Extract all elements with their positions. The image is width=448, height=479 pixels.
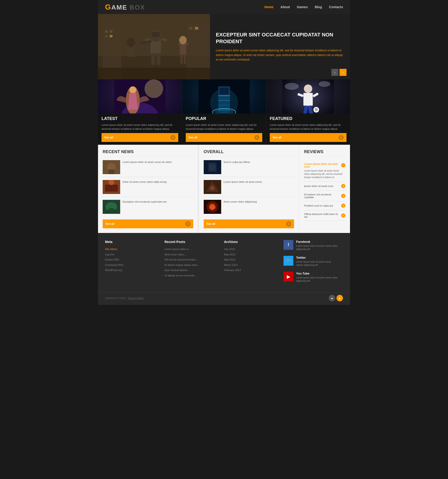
nav-home[interactable]: Home xyxy=(264,5,273,9)
facebook-icon[interactable]: f xyxy=(283,240,293,250)
twitter-icon[interactable]: 🐦 xyxy=(283,256,293,266)
footer-post-3[interactable]: Et dolore magna aliqua enim... xyxy=(165,263,219,267)
overall-thumb-1 xyxy=(204,160,221,174)
footer-meta-link-1[interactable]: Log Out xyxy=(105,253,160,257)
svg-rect-61 xyxy=(105,185,118,192)
social-twitter: 🐦 Twitter Lorem ipsum dolor sit amet con… xyxy=(283,256,338,268)
footer-recent-posts: Recent Posts Lorem ipsum dolor si ... Am… xyxy=(165,240,224,288)
news-text-3: Excepteur sint occaecat cupid-atat non xyxy=(123,200,193,214)
news-item-1: Lorem ipsum dolor sit amet conse do ctet… xyxy=(103,160,193,177)
hero-prev-button[interactable]: ‹ xyxy=(331,69,338,76)
twitter-title: Twitter xyxy=(296,256,338,259)
news-item-3: Excepteur sint occaecat cupid-atat non xyxy=(103,200,193,217)
footer-post-0[interactable]: Lorem ipsum dolor si ... xyxy=(165,247,219,251)
game-card-featured: FEATURED Lorem ipsum dolor sit amet cons… xyxy=(266,79,350,145)
hero-body: Lorem ipsum dolor sit amet conse ctetur … xyxy=(216,48,344,62)
review-collapse-icon-0: − xyxy=(341,163,345,167)
footer-meta: Meta Site Admin Log Out Entries RSS Comm… xyxy=(105,240,165,288)
footer-archive-0[interactable]: July 2013 xyxy=(224,247,279,251)
news-thumb-3 xyxy=(103,200,120,214)
footer-meta-link-3[interactable]: Comments RSS xyxy=(105,263,160,267)
see-all-popular-button[interactable]: See all › xyxy=(186,133,263,142)
svg-point-55 xyxy=(285,83,299,90)
footer-bottom: Game box © 2013. Privacy Policy ▲ ▲ xyxy=(98,293,350,301)
see-all-featured-button[interactable]: See all › xyxy=(270,133,347,142)
reviews-section: REVIEWS Lorem ipsum dolor sit amet cons … xyxy=(299,145,350,233)
overall-thumb-3 xyxy=(204,200,221,214)
see-all-arrow-popular: › xyxy=(254,135,259,140)
reviews-title: REVIEWS xyxy=(304,149,345,157)
review-item-1[interactable]: Ipsum dolor sit amet cons + xyxy=(304,182,345,191)
footer-archive-4[interactable]: February 2013 xyxy=(224,268,279,272)
recent-news-section: RECENT NEWS Lorem ipsum dolor sit amet c… xyxy=(98,145,198,233)
svg-point-48 xyxy=(304,85,312,93)
news-thumb-1 xyxy=(103,160,120,174)
scroll-down-button[interactable]: ▲ xyxy=(336,295,343,301)
card-title-featured: FEATURED xyxy=(270,116,347,121)
overall-section: OVERALL Sunt in culpa qui officia xyxy=(198,145,299,233)
svg-point-36 xyxy=(145,79,163,98)
footer-posts-title: Recent Posts xyxy=(165,240,219,244)
review-item-0[interactable]: Lorem ipsum dolor sit amet cons − Lorem … xyxy=(304,160,345,182)
hero-next-button[interactable]: › xyxy=(340,69,347,76)
footer-meta-link-2[interactable]: Entries RSS xyxy=(105,258,160,262)
footer-meta-title: Meta xyxy=(105,240,160,244)
overall-text-3: Amet conse ctetur adipisicing xyxy=(224,200,257,214)
footer-archives: Archives July 2013 May 2013 April 2013 M… xyxy=(224,240,283,288)
review-title-3: Proident sunt in culpa qui xyxy=(304,204,333,207)
review-header-0: Lorem ipsum dolor sit amet cons − xyxy=(304,162,345,168)
card-body-popular: Lorem ipsum dolor sit amet conse ctetur … xyxy=(186,123,263,131)
news-thumb-2 xyxy=(103,180,120,194)
footer-post-4[interactable]: Quis nostrud laboris... xyxy=(165,268,219,272)
footer-archive-3[interactable]: March 2013 xyxy=(224,263,279,267)
footer-archive-1[interactable]: May 2013 xyxy=(224,253,279,257)
news-item-2: Dolor sit amet conse ctetur adipi-sicing xyxy=(103,180,193,197)
svg-rect-49 xyxy=(303,93,313,106)
twitter-desc: Lorem ipsum dolor sit amet conse cetetur… xyxy=(296,260,338,267)
card-info-latest: LATEST Lorem ipsum dolor sit amet conse … xyxy=(98,113,182,145)
youtube-icon[interactable]: ▶ xyxy=(283,272,293,281)
social-facebook: f Facebook Lorem ipsum dolor sit amet co… xyxy=(283,240,338,252)
review-item-2[interactable]: Excepteur sint occaecat cupidata + xyxy=(304,191,345,201)
footer-post-2[interactable]: Elit sed do eiusmod tempor ... xyxy=(165,258,219,262)
review-expand-icon-4: + xyxy=(341,213,345,218)
game-card-popular: POPULAR Lorem ipsum dolor sit amet conse… xyxy=(182,79,266,145)
see-all-news-button[interactable]: See all › xyxy=(103,220,193,228)
logo-g: G xyxy=(105,3,111,11)
footer-copyright: Game box © 2013. Privacy Policy xyxy=(105,297,144,299)
nav-blog[interactable]: Blog xyxy=(315,5,322,9)
see-all-overall-button[interactable]: See all › xyxy=(204,220,294,228)
site-logo: GAME BOX xyxy=(105,3,145,11)
facebook-title: Facebook xyxy=(296,240,338,243)
hero-navigation: ‹ › xyxy=(331,69,347,76)
youtube-title: You Tube xyxy=(296,272,338,275)
game-card-latest: LATEST Lorem ipsum dolor sit amet conse … xyxy=(98,79,182,145)
nav-about[interactable]: About xyxy=(280,5,290,9)
card-info-popular: POPULAR Lorem ipsum dolor sit amet conse… xyxy=(182,113,266,145)
scroll-up-button[interactable]: ▲ xyxy=(329,295,335,301)
see-all-arrow-latest: › xyxy=(170,135,175,140)
footer-post-5[interactable]: Ut aliquip ex ea commodo... xyxy=(165,273,219,278)
nav-games[interactable]: Games xyxy=(297,5,308,9)
svg-rect-31 xyxy=(98,14,210,79)
social-youtube: ▶ You Tube Lorem ipsum dolor sit amet co… xyxy=(283,272,338,284)
see-all-arrow-news: › xyxy=(185,221,190,226)
card-info-featured: FEATURED Lorem ipsum dolor sit amet cons… xyxy=(266,113,350,145)
footer-post-1[interactable]: Amet onse ctetur.... xyxy=(165,253,219,257)
footer-meta-link-4[interactable]: WordPress.org xyxy=(105,268,160,272)
logo-ame: AME xyxy=(111,4,127,11)
footer-meta-link-0[interactable]: Site Admin xyxy=(105,247,160,251)
review-item-4[interactable]: Officia deserunt mollit anim id est + xyxy=(304,210,345,221)
see-all-latest-button[interactable]: See all › xyxy=(101,133,178,142)
footer-social: f Facebook Lorem ipsum dolor sit amet co… xyxy=(283,240,343,288)
game-cards-section: LATEST Lorem ipsum dolor sit amet conse … xyxy=(98,79,350,145)
review-title-4: Officia deserunt mollit anim id est xyxy=(304,213,341,218)
see-all-arrow-overall: › xyxy=(286,221,291,226)
news-text-1: Lorem ipsum dolor sit amet conse do ctet… xyxy=(123,160,193,174)
nav-contacts[interactable]: Contacts xyxy=(329,5,343,9)
review-item-3[interactable]: Proident sunt in culpa qui + xyxy=(304,201,345,210)
privacy-policy-link[interactable]: Privacy Policy xyxy=(128,297,144,299)
footer-archive-2[interactable]: April 2013 xyxy=(224,258,279,262)
news-text-2: Dolor sit amet conse ctetur adipi-sicing xyxy=(123,180,193,194)
review-expand-icon-1: + xyxy=(341,184,345,188)
